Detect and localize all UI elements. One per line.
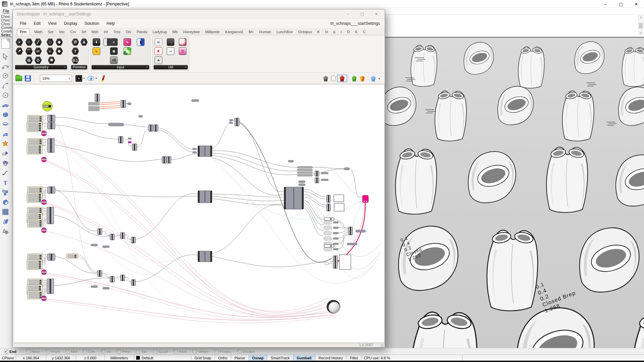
slider-cluster[interactable] <box>28 219 43 227</box>
gh-panel[interactable] <box>339 255 351 269</box>
control-point-curve-icon[interactable] <box>1 62 10 70</box>
gh-tab-octopus[interactable]: Octopus <box>298 29 313 35</box>
red-gem-icon[interactable] <box>339 75 345 81</box>
status-toggle-smarttrack[interactable]: SmartTrack <box>267 355 293 361</box>
gh-tab-p[interactable]: p <box>332 29 336 35</box>
extrude-surface-icon[interactable] <box>1 217 10 226</box>
rhino-close-icon[interactable]: ✕ <box>629 0 644 8</box>
gh-param-pill[interactable] <box>91 244 98 246</box>
new-document-icon[interactable] <box>1 39 10 49</box>
ghost-gem-icon[interactable] <box>331 76 336 81</box>
text-param-icon[interactable]: A <box>80 38 88 46</box>
gh-component[interactable] <box>98 270 102 277</box>
gh-tab-kangaroo2[interactable]: Kangaroo2 <box>224 29 244 35</box>
gh-component[interactable] <box>48 254 55 260</box>
stacked-pill[interactable] <box>88 106 100 108</box>
gh-component[interactable] <box>154 125 158 131</box>
disabled-node[interactable] <box>41 228 47 233</box>
md-slider-icon[interactable]: ∿ <box>93 47 100 55</box>
gh-minimize-icon[interactable]: – <box>341 9 355 19</box>
disabled-node[interactable] <box>41 200 47 205</box>
gh-tab-human[interactable]: Human <box>259 29 272 35</box>
gh-tab-k[interactable]: K <box>355 29 358 35</box>
blend-curve-icon[interactable] <box>1 169 10 177</box>
zoom-extents-icon[interactable]: × <box>75 75 82 82</box>
gh-param-pill[interactable] <box>333 227 338 229</box>
status-toggle-record-history[interactable]: Record History <box>315 355 347 361</box>
gh-tab-set[interactable]: Set <box>47 29 54 35</box>
cherry-picker-icon[interactable]: ❦ <box>155 47 162 55</box>
gh-component[interactable] <box>95 94 100 102</box>
stacked-pill[interactable] <box>324 237 332 240</box>
gh-maximize-icon[interactable]: ▢ <box>355 9 369 19</box>
gh-param-pill[interactable] <box>103 246 109 248</box>
line-param-icon[interactable]: ╱ <box>34 38 42 46</box>
gh-menu-edit[interactable]: Edit <box>30 20 44 27</box>
gh-tab-d[interactable]: D <box>346 29 351 35</box>
stacked-pill[interactable] <box>297 166 313 168</box>
gh-menu-view[interactable]: View <box>44 20 60 27</box>
gh-param-pill[interactable] <box>91 286 98 288</box>
status-x-coordinate[interactable]: x 166.064 <box>16 355 46 361</box>
surface-patch-icon[interactable] <box>1 130 10 138</box>
gh-tab-wb[interactable]: Wb <box>171 29 178 35</box>
checkbox-icon[interactable] <box>136 350 140 354</box>
box-param-icon[interactable]: □ <box>46 38 54 46</box>
open-file-icon[interactable] <box>15 76 22 81</box>
polygon-icon[interactable] <box>1 91 10 100</box>
gene-pool-icon[interactable]: ⇓ <box>93 38 100 46</box>
wireframe-gem-icon[interactable] <box>323 75 328 81</box>
disabled-node[interactable] <box>41 157 47 162</box>
boolean-param-icon[interactable]: ∅ <box>71 38 79 46</box>
text-icon[interactable]: T <box>1 178 10 187</box>
slider-cluster[interactable] <box>66 254 78 258</box>
color-wheel-icon[interactable] <box>1 159 10 168</box>
gradient-icon[interactable]: ▦ <box>123 47 131 55</box>
checkbox-icon[interactable] <box>174 350 178 354</box>
gh-param-pill[interactable] <box>192 100 199 102</box>
status-layer-pane[interactable]: Default <box>134 355 191 361</box>
gh-component[interactable] <box>47 279 54 294</box>
gh-slider[interactable] <box>324 218 334 221</box>
checkbox-icon[interactable] <box>193 350 197 354</box>
status-toggle-ortho[interactable]: Ortho <box>215 355 231 361</box>
gh-tab-prm[interactable]: Prm <box>17 28 30 35</box>
gh-param-pill[interactable] <box>108 123 124 126</box>
jump-icon[interactable]: → <box>167 38 174 46</box>
disabled-node[interactable] <box>41 296 47 301</box>
gh-param-pill[interactable] <box>229 119 233 121</box>
osnap-item-quad[interactable]: Quad <box>153 350 168 354</box>
osnap-item-near[interactable]: Near <box>26 350 40 354</box>
checkbox-icon[interactable] <box>153 350 157 354</box>
gh-param-pill[interactable] <box>321 172 328 174</box>
gh-tab-mplus[interactable]: M+ <box>248 29 255 35</box>
point-param-icon[interactable]: ◇ <box>34 56 42 64</box>
status-cplane-pane[interactable]: CPlane <box>0 355 16 361</box>
gh-param-pill[interactable] <box>333 243 338 245</box>
checkbox-icon[interactable] <box>66 350 70 354</box>
osnap-item-knot[interactable]: Knot <box>174 350 187 354</box>
gh-tab-h[interactable]: H <box>324 29 328 35</box>
gh-param-pill[interactable] <box>333 232 338 234</box>
gh-component[interactable] <box>110 234 114 240</box>
status-y-coordinate[interactable]: y 1432.366 <box>46 355 76 361</box>
stacked-pill[interactable] <box>324 221 332 224</box>
slider-cluster[interactable] <box>27 144 42 154</box>
gh-tab-panda[interactable]: Panda <box>136 29 148 35</box>
status-toggle-planar[interactable]: Planar <box>231 355 249 361</box>
gh-component[interactable] <box>327 204 330 211</box>
remote-connect-icon[interactable]: ∞ <box>155 38 162 46</box>
gh-tab-millipede[interactable]: Millipede <box>205 29 220 35</box>
panel-expand-icon[interactable]: + <box>64 66 66 69</box>
gh-menu-help[interactable]: Help <box>103 20 119 27</box>
status-units-pane[interactable]: Millimeters <box>105 355 134 361</box>
osnap-end-checkbox[interactable]: ✓ End <box>4 350 16 354</box>
gh-panel[interactable] <box>334 203 344 211</box>
panel-expand-icon[interactable]: + <box>185 66 186 69</box>
gh-param-pill[interactable] <box>333 222 338 223</box>
gh-tab-dis[interactable]: Dis <box>125 29 132 35</box>
checkbox-icon[interactable] <box>101 350 105 354</box>
ribbon-panel-label[interactable]: Primitive+ <box>71 65 87 69</box>
stacked-pill[interactable] <box>297 172 313 174</box>
gh-component[interactable] <box>47 207 54 224</box>
